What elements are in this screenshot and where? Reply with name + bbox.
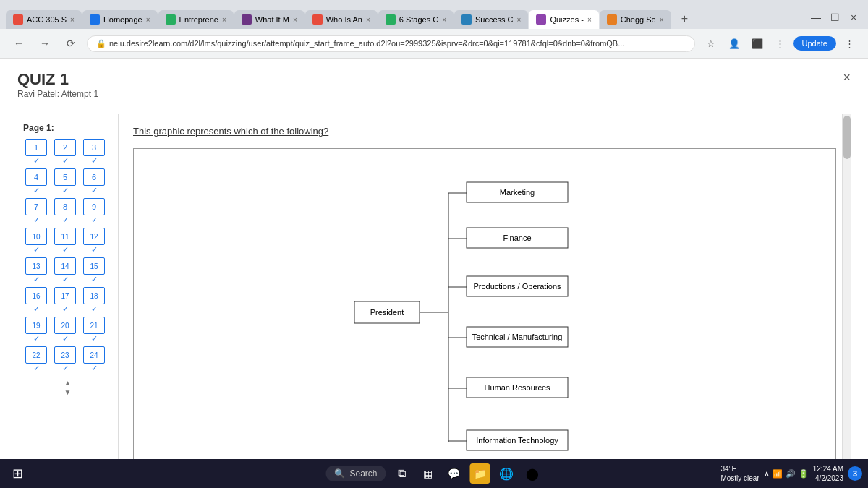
- nav-check-12: ✓: [91, 245, 98, 254]
- tab-close-icon[interactable]: ×: [222, 16, 226, 24]
- nav-check-16: ✓: [33, 304, 40, 314]
- search-icon: 🔍: [334, 468, 345, 479]
- nav-num-13[interactable]: 13: [25, 257, 47, 275]
- scrollbar[interactable]: [842, 114, 851, 459]
- svg-text:President: President: [370, 308, 404, 317]
- nav-item-12: 12 ✓: [81, 228, 107, 254]
- extension-icon[interactable]: ⬛: [747, 33, 767, 53]
- nav-num-20[interactable]: 20: [54, 317, 76, 334]
- nav-num-17[interactable]: 17: [54, 287, 76, 304]
- nav-check-14: ✓: [62, 275, 69, 284]
- nav-item-22: 22 ✓: [23, 346, 49, 373]
- nav-num-9[interactable]: 9: [83, 198, 105, 215]
- tab-acc305[interactable]: ACC 305 S ×: [6, 10, 82, 29]
- nav-num-18[interactable]: 18: [83, 287, 105, 304]
- chat-button[interactable]: 💬: [444, 463, 464, 484]
- tab-close-icon[interactable]: ×: [146, 16, 150, 24]
- question-grid: 1 ✓ 2 ✓ 3 ✓: [23, 139, 112, 373]
- nav-num-10[interactable]: 10: [25, 228, 47, 245]
- chrome-icon[interactable]: ⬤: [522, 463, 542, 484]
- tab-cheggse[interactable]: Chegg Se ×: [600, 10, 671, 29]
- tab-successc[interactable]: Success C ×: [454, 10, 528, 29]
- tab-close-icon[interactable]: ×: [517, 16, 522, 24]
- nav-num-4[interactable]: 4: [25, 168, 47, 186]
- network-icon[interactable]: 📶: [773, 469, 783, 479]
- nav-num-3[interactable]: 3: [83, 139, 105, 156]
- nav-item-10: 10 ✓: [23, 228, 49, 254]
- nav-num-24[interactable]: 24: [83, 346, 105, 364]
- nav-row-2: 4 ✓ 5 ✓ 6 ✓: [23, 168, 112, 195]
- nav-scroll-up[interactable]: ▲: [64, 379, 72, 387]
- chevron-up-icon[interactable]: ∧: [764, 469, 770, 479]
- tab-homepage[interactable]: Homepage ×: [82, 10, 158, 29]
- nav-num-1[interactable]: 1: [25, 139, 47, 156]
- nav-num-5[interactable]: 5: [54, 168, 76, 186]
- quiz-close-button[interactable]: ×: [843, 70, 851, 85]
- url-text: neiu.desire2learn.com/d2l/lms/quizzing/u…: [109, 39, 686, 48]
- settings-icon[interactable]: ⋮: [839, 33, 859, 53]
- edge-icon[interactable]: 🌐: [496, 463, 516, 484]
- tab-whoisanx[interactable]: Who Is An ×: [305, 10, 378, 29]
- nav-item-21: 21 ✓: [81, 317, 107, 343]
- nav-row-7: 19 ✓ 20 ✓ 21 ✓: [23, 317, 112, 343]
- bookmark-icon[interactable]: ☆: [701, 33, 721, 53]
- nav-num-14[interactable]: 14: [54, 257, 76, 275]
- tab-entreprene[interactable]: Entreprene ×: [158, 10, 234, 29]
- nav-num-6[interactable]: 6: [83, 168, 105, 186]
- nav-num-12[interactable]: 12: [83, 228, 105, 245]
- refresh-button[interactable]: ⟳: [61, 33, 81, 53]
- back-button[interactable]: ←: [9, 33, 29, 53]
- volume-icon[interactable]: 🔊: [786, 469, 796, 479]
- tab-close-icon[interactable]: ×: [70, 16, 75, 24]
- maximize-button[interactable]: ☐: [826, 9, 843, 26]
- nav-num-19[interactable]: 19: [25, 317, 47, 334]
- task-view-button[interactable]: ⧉: [392, 463, 412, 484]
- tab-close-icon[interactable]: ×: [442, 16, 446, 24]
- nav-num-22[interactable]: 22: [25, 346, 47, 364]
- nav-item-23: 23 ✓: [52, 346, 78, 373]
- tab-label: Quizzes -: [550, 15, 583, 24]
- nav-num-2[interactable]: 2: [54, 139, 76, 156]
- nav-check-20: ✓: [62, 334, 69, 343]
- tab-6stages[interactable]: 6 Stages C ×: [378, 10, 454, 29]
- tab-favicon: [607, 14, 617, 25]
- tab-quizzes[interactable]: Quizzes - ×: [529, 10, 598, 29]
- more-icon[interactable]: ⋮: [770, 33, 791, 53]
- nav-check-23: ✓: [62, 364, 69, 373]
- nav-num-8[interactable]: 8: [54, 198, 76, 215]
- taskbar-search[interactable]: 🔍 Search: [326, 466, 386, 481]
- nav-item-15: 15 ✓: [81, 257, 107, 284]
- url-box[interactable]: 🔒 neiu.desire2learn.com/d2l/lms/quizzing…: [87, 35, 695, 52]
- tab-whatitm[interactable]: What It M ×: [234, 10, 305, 29]
- update-button[interactable]: Update: [793, 36, 836, 51]
- tab-close-icon[interactable]: ×: [587, 16, 592, 24]
- window-close-button[interactable]: ×: [845, 9, 862, 26]
- forward-button[interactable]: →: [35, 33, 55, 53]
- tab-close-icon[interactable]: ×: [366, 16, 370, 24]
- nav-item-4: 4 ✓: [23, 168, 49, 195]
- tab-favicon: [536, 14, 546, 25]
- nav-num-21[interactable]: 21: [83, 317, 105, 334]
- nav-num-15[interactable]: 15: [83, 257, 105, 275]
- nav-num-7[interactable]: 7: [25, 198, 47, 215]
- nav-row-5: 13 ✓ 14 ✓ 15 ✓: [23, 257, 112, 284]
- profile-icon[interactable]: 👤: [724, 33, 744, 53]
- battery-icon[interactable]: 🔋: [799, 469, 809, 479]
- file-explorer-icon[interactable]: 📁: [470, 463, 490, 484]
- clock-widget[interactable]: 12:24 AM 4/2/2023: [813, 464, 843, 483]
- nav-num-23[interactable]: 23: [54, 346, 76, 364]
- start-button[interactable]: ⊞: [6, 462, 29, 485]
- nav-num-11[interactable]: 11: [54, 228, 76, 245]
- tab-favicon: [386, 14, 396, 25]
- org-chart-container: President Marketing: [133, 148, 836, 459]
- tab-close-icon[interactable]: ×: [660, 16, 664, 24]
- tab-close-icon[interactable]: ×: [293, 16, 297, 24]
- nav-check-9: ✓: [91, 215, 98, 225]
- minimize-button[interactable]: —: [807, 9, 825, 26]
- widgets-button[interactable]: ▦: [418, 463, 438, 484]
- notification-badge[interactable]: 3: [848, 466, 862, 481]
- new-tab-button[interactable]: +: [675, 9, 695, 29]
- tab-label: What It M: [255, 15, 289, 24]
- nav-scroll-down[interactable]: ▼: [64, 388, 72, 396]
- nav-num-16[interactable]: 16: [25, 287, 47, 304]
